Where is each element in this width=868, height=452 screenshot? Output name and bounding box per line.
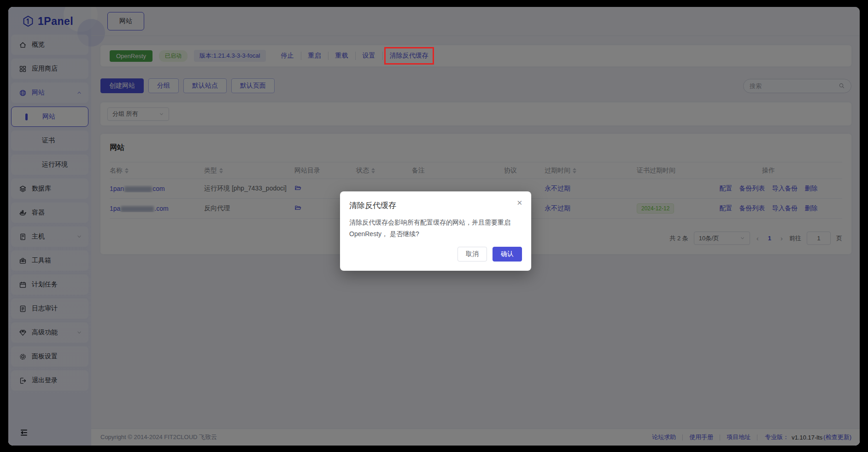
dialog-footer: 取消 确认 [349, 247, 522, 262]
confirm-button[interactable]: 确认 [493, 247, 522, 262]
clear-proxy-cache-dialog: 清除反代缓存 ✕ 清除反代缓存会影响所有配置缓存的网站，并且需要重启 OpenR… [340, 191, 531, 271]
app-window: 1Panel 概览 应用商店 网站 [8, 7, 860, 446]
dialog-message: 清除反代缓存会影响所有配置缓存的网站，并且需要重启 OpenResty， 是否继… [349, 217, 525, 240]
cancel-button[interactable]: 取消 [457, 247, 487, 262]
close-icon[interactable]: ✕ [516, 199, 522, 206]
dialog-title: 清除反代缓存 [349, 200, 522, 211]
